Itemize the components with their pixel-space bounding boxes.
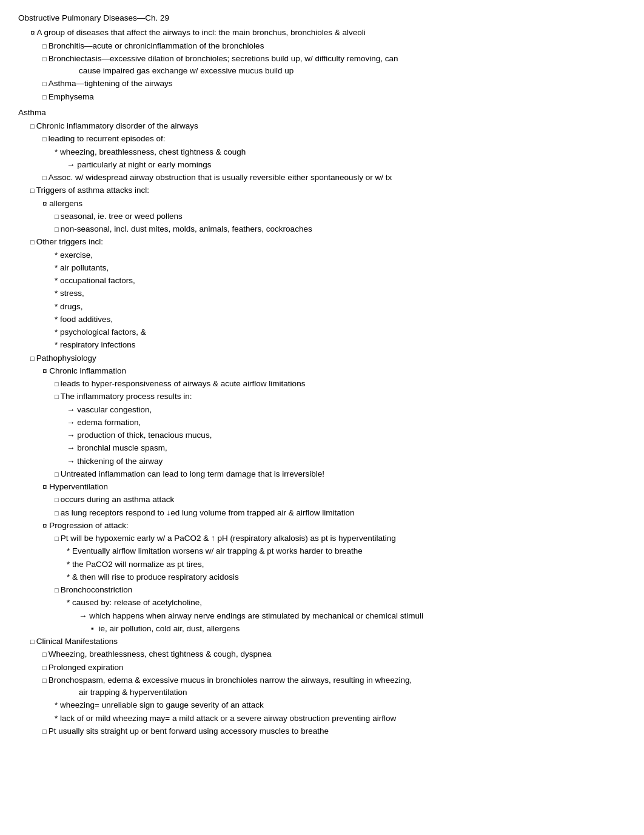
clinical-header: Clinical Manifestations (18, 635, 626, 648)
ot-psych: psychological factors, & (18, 326, 626, 338)
bullet-open-sq-icon (30, 28, 37, 37)
pt-hypoxemic: Pt will be hypoxemic early w/ a PaCO2 & … (18, 532, 626, 545)
bullet-inflam (55, 392, 61, 401)
arrow-vascular (67, 405, 77, 414)
hyperventilation-item: Hyperventilation (18, 481, 626, 493)
chronic-inflammatory: Chronic inflammatory disorder of the air… (18, 120, 626, 132)
bullet-sm-sq-icon (42, 41, 49, 50)
star-eventually (67, 546, 72, 555)
clinical-item-4: Pt usually sits straight up or bent forw… (18, 725, 626, 737)
star-drugs (55, 302, 60, 311)
result-mucus: production of thick, tenacious mucus, (18, 429, 626, 441)
main-description: A group of diseases that affect the airw… (18, 27, 626, 39)
bullet-pt-hyp (55, 534, 61, 543)
arrow-edema (67, 418, 77, 427)
progression-item: Progression of attack: (18, 520, 626, 532)
occurs-during: occurs during an asthma attack (18, 494, 626, 506)
arrow-icon-p (67, 160, 77, 169)
star-wheez-unrel (55, 700, 60, 709)
particularly-item: particularly at night or early mornings (18, 159, 626, 171)
open-sq-chronic (42, 366, 49, 375)
ot-exercise: exercise, (18, 249, 626, 261)
open-sq-prog (42, 521, 49, 530)
ot-food: food additives, (18, 314, 626, 326)
seasonal-item: seasonal, ie. tree or weed pollens (18, 210, 626, 223)
star-stress (55, 289, 60, 298)
ot-resp: respiratory infections (18, 339, 626, 351)
ot-occupational: occupational factors, (18, 275, 626, 287)
star-icon-w (55, 147, 60, 156)
star-psych (55, 327, 60, 337)
bullet-lung (55, 508, 61, 517)
which-happens: which happens when airway nerve endings … (18, 610, 626, 622)
sub-item-bronchitis: Bronchitis—acute or chronicinflammation … (18, 40, 626, 52)
bullet-sm-sq-icon-3 (42, 79, 49, 88)
bullet-seasonal (55, 212, 61, 221)
sub-item-bronchiectasis: Bronchiectasis—excessive dilation of bro… (18, 53, 626, 78)
allergens-item: allergens (18, 198, 626, 210)
clinical-item-2: Prolonged expiration (18, 662, 626, 674)
paco2-normalize: the PaCO2 will normalize as pt tires, (18, 558, 626, 571)
assoc-item: Assoc. w/ widespread airway obstruction … (18, 172, 626, 184)
page-title: Obstructive Pulmonary Diseases—Ch. 29 (18, 12, 626, 24)
bullet-leads (55, 379, 61, 388)
bullet-ot-header (30, 237, 36, 246)
ot-drugs: drugs, (18, 301, 626, 313)
bullet-clin3 (42, 676, 49, 685)
wheezing-item: wheezing, breathlessness, chest tightnes… (18, 146, 626, 158)
star-resp (55, 340, 60, 349)
bullet-icon-ci (30, 121, 36, 130)
bullet-icon-lt (42, 134, 49, 143)
bullet-clin4 (42, 726, 49, 736)
ie-air-pollution: ▪ ie, air pollution, cold air, dust, all… (18, 623, 626, 635)
asthma-header: Asthma (18, 107, 626, 119)
arrow-bronchial (67, 443, 77, 452)
result-bronchial: bronchial muscle spasm, (18, 442, 626, 454)
eventually-airflow: Eventually airflow limitation worsens w/… (18, 545, 626, 557)
inflammatory-results: The inflammatory process results in: (18, 391, 626, 403)
bullet-nonseasonal (55, 224, 61, 233)
other-triggers-header: Other triggers incl: (18, 236, 626, 248)
star-air (55, 263, 60, 272)
leading-to: leading to recurrent episodes of: (18, 133, 626, 145)
star-food (55, 315, 60, 324)
ot-air: air pollutants, (18, 262, 626, 274)
result-edema: edema formation, (18, 417, 626, 429)
ot-stress: stress, (18, 287, 626, 300)
filled-bullet-icon: ▪ (91, 624, 94, 633)
bullet-untreated (55, 469, 61, 478)
wheezing-unreliable: wheezing= unreliable sign to gauge sever… (18, 699, 626, 711)
lung-receptors: as lung receptors respond to ↓ed lung vo… (18, 507, 626, 519)
open-sq-hyper (42, 482, 49, 491)
bullet-sm-sq-icon-4 (42, 92, 49, 101)
patho-header: Pathophysiology (18, 352, 626, 364)
bullet-clinical (30, 637, 36, 646)
caused-by: caused by: release of acetylcholine, (18, 597, 626, 609)
lack-of-wheezing: lack of or mild wheezing may= a mild att… (18, 713, 626, 725)
arrow-mucus (67, 431, 77, 440)
bullet-patho (30, 354, 36, 363)
will-rise: & then will rise to produce respiratory … (18, 571, 626, 583)
triggers-header: Triggers of asthma attacks incl: (18, 184, 626, 196)
sub-item-emphysema: Emphysema (18, 91, 626, 103)
bronchoconstriction-item: Bronchoconstriction (18, 584, 626, 596)
star-occ (55, 276, 60, 285)
open-sq-allergens (42, 199, 49, 208)
clinical-item-1: Wheezing, breathlessness, chest tightnes… (18, 648, 626, 660)
untreated-item: Untreated inflammation can lead to long … (18, 468, 626, 480)
star-paco2 (67, 560, 72, 569)
sub-item-asthma-entry: Asthma—tightening of the airways (18, 78, 626, 90)
star-exercise (55, 250, 60, 260)
bullet-icon-assoc (42, 173, 49, 182)
chronic-inflammation-item: Chronic inflammation (18, 365, 626, 377)
bullet-sm-sq-icon-2 (42, 54, 49, 63)
bullet-occurs (55, 495, 61, 504)
arrow-thickening (67, 457, 77, 466)
bullet-broncho (55, 585, 61, 594)
result-vascular: vascular congestion, (18, 404, 626, 416)
arrow-which (79, 611, 89, 620)
bullet-icon-trig (30, 186, 36, 195)
bullet-clin1 (42, 649, 49, 659)
clinical-item-3: Bronchospasm, edema & excessive mucus in… (18, 674, 626, 699)
result-thickening: thickening of the airway (18, 455, 626, 468)
